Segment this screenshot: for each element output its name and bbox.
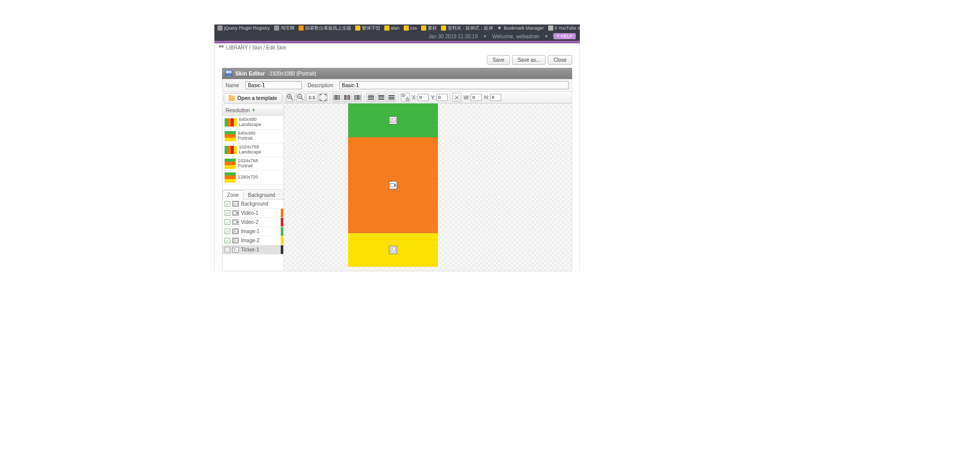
zoom-actual-button[interactable]: 1:1 <box>306 93 317 102</box>
h-input[interactable] <box>490 94 501 101</box>
skin-layout[interactable] <box>348 104 438 267</box>
zone-list[interactable]: ✓Background✓Video-1✓Video-2✓Image-1✓Imag… <box>223 199 283 271</box>
bookmark-item[interactable]: 资料夹 - 延伸式；延伸 <box>441 25 493 32</box>
x-input[interactable] <box>418 94 429 101</box>
name-input[interactable] <box>246 81 302 89</box>
canvas[interactable] <box>284 104 572 271</box>
bookmark-item[interactable]: alan <box>384 26 400 31</box>
description-input[interactable] <box>339 81 569 89</box>
zone-row[interactable]: ✓Image-1 <box>223 227 283 236</box>
svg-rect-3 <box>233 221 237 224</box>
add-resolution-button[interactable]: + <box>252 107 255 114</box>
snap-button[interactable] <box>401 93 410 102</box>
resolution-thumb <box>225 118 237 126</box>
bookmark-icon <box>548 26 553 31</box>
svg-rect-18 <box>402 94 404 96</box>
bookmark-icon <box>274 26 279 31</box>
resolution-item[interactable]: 1280x720 <box>223 171 283 185</box>
canvas-zone[interactable] <box>348 233 438 267</box>
resolution-list[interactable]: 640x480Landscape640x480Portrait1024x768L… <box>223 116 283 189</box>
tab-zone[interactable]: Zone <box>223 190 243 199</box>
editor-title: Skin Editor <box>235 70 265 77</box>
zone-checkbox[interactable] <box>225 247 230 252</box>
zone-checkbox[interactable]: ✓ <box>225 238 230 243</box>
breadcrumb-icon <box>219 45 224 50</box>
bookmark-icon <box>299 26 304 31</box>
zone-row[interactable]: ✓Video-2 <box>223 218 283 227</box>
close-button[interactable]: Close <box>548 55 572 65</box>
zone-checkbox[interactable]: ✓ <box>225 229 230 234</box>
resolution-item[interactable]: 640x480Landscape <box>223 116 283 130</box>
svg-point-23 <box>391 119 393 120</box>
w-input[interactable] <box>471 94 482 101</box>
svg-rect-0 <box>233 202 238 206</box>
resolution-item[interactable]: 1024x768Landscape <box>223 143 283 157</box>
ticker-icon: TT <box>232 247 239 252</box>
help-icon: ? <box>556 34 559 39</box>
left-panel: Open a template Resolution + 640x480Land… <box>223 92 284 271</box>
align-center-v-button[interactable] <box>377 93 386 102</box>
bookmark-item[interactable]: 探索数位看板线上支援 <box>299 25 351 32</box>
folder-icon <box>229 96 235 101</box>
timestamp: Jan 30 2019 11:35:19 <box>428 34 478 39</box>
canvas-zone[interactable] <box>348 104 438 137</box>
tab-background[interactable]: Background <box>243 190 280 199</box>
video-icon <box>232 219 239 225</box>
zone-color-chip <box>281 236 283 245</box>
editor-header: Skin Editor -1920x1080 (Portrait) <box>222 68 572 79</box>
bookmark-item[interactable]: 淘宝网 <box>274 25 295 32</box>
bg-icon <box>232 201 239 207</box>
bookmark-item[interactable]: css <box>404 26 418 31</box>
svg-rect-19 <box>406 98 408 100</box>
bookmark-item[interactable]: 繁体字型 <box>355 25 380 32</box>
y-label: Y: <box>431 95 435 100</box>
zone-checkbox[interactable]: ✓ <box>225 201 230 207</box>
image-icon <box>232 229 239 234</box>
image-icon <box>232 238 239 243</box>
zone-tabs: Zone Background <box>223 189 283 199</box>
bookmark-icon <box>421 26 426 31</box>
align-left-button[interactable] <box>332 93 341 102</box>
zone-color-chip <box>281 209 283 217</box>
zone-color-chip <box>281 227 283 236</box>
svg-text:T: T <box>236 249 238 252</box>
bookmark-item[interactable]: 5 YouTube to MP4 & M <box>548 26 580 31</box>
zone-checkbox[interactable]: ✓ <box>225 210 230 216</box>
align-right-button[interactable] <box>353 93 362 102</box>
help-button[interactable]: ? HELP <box>553 33 576 39</box>
zone-row[interactable]: ✓Video-1 <box>223 209 283 218</box>
align-top-button[interactable] <box>366 93 376 102</box>
open-template-button[interactable]: Open a template <box>224 93 282 104</box>
zone-row[interactable]: ✓Image-2 <box>223 236 283 245</box>
save-button[interactable]: Save <box>487 55 510 65</box>
save-as-button[interactable]: Save as... <box>512 55 546 65</box>
breadcrumb: LIBRARY / Skin / Edit Skin <box>215 43 579 52</box>
w-label: W: <box>463 95 470 100</box>
bookmark-item[interactable]: jQuery Plugin Registry <box>217 26 270 31</box>
bookmark-item[interactable]: 素材 <box>421 25 437 32</box>
bookmark-item[interactable]: ★Bookmark Manager <box>497 26 544 31</box>
zone-checkbox[interactable]: ✓ <box>225 219 230 225</box>
align-center-h-button[interactable] <box>342 93 352 102</box>
bookmark-icon <box>355 26 360 31</box>
skin-editor-icon <box>225 70 232 77</box>
editor-subtitle: -1920x1080 (Portrait) <box>268 71 316 77</box>
resolution-item[interactable]: 640x480Portrait <box>223 130 283 143</box>
zoom-out-button[interactable] <box>296 93 305 102</box>
zoom-in-button[interactable] <box>286 93 295 102</box>
zone-row[interactable]: ✓Background <box>223 199 283 209</box>
resolution-item[interactable]: 1024x768Portrait <box>223 157 283 171</box>
svg-point-6 <box>234 230 235 231</box>
resolution-thumb <box>225 159 236 169</box>
x-label: X: <box>412 95 416 100</box>
size-lock-button[interactable] <box>452 93 461 102</box>
zoom-fit-button[interactable] <box>318 93 328 102</box>
description-label: Description <box>308 83 333 88</box>
y-input[interactable] <box>436 94 448 101</box>
zone-color-chip <box>281 245 283 254</box>
canvas-zone[interactable] <box>348 137 438 233</box>
zone-row[interactable]: TTTicker-1 <box>223 245 283 255</box>
align-bottom-button[interactable] <box>387 93 396 102</box>
svg-rect-24 <box>390 184 395 187</box>
bookmark-icon <box>441 26 446 31</box>
